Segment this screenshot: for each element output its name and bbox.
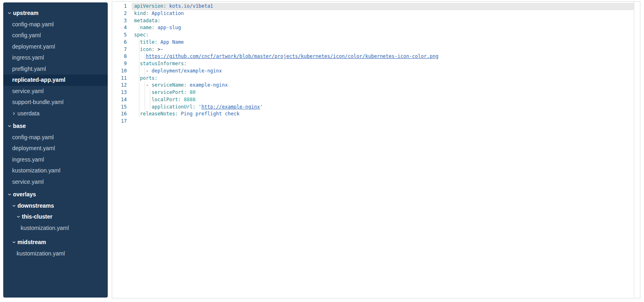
tree-file-deployment-yaml[interactable]: deployment.yaml: [3, 41, 108, 53]
tree-item-label: downstreams: [17, 200, 54, 212]
code-editor[interactable]: 1234567891011121314151617 apiVersion: ko…: [112, 1, 640, 298]
line-number: 4: [112, 24, 127, 32]
tree-file-support-bundle-yaml[interactable]: support-bundle.yaml: [3, 97, 108, 108]
code-token: [155, 25, 158, 30]
tree-folder-midstream[interactable]: midstream: [3, 237, 108, 248]
tree-item-label: upstream: [13, 8, 38, 19]
indent-guide: [139, 111, 139, 118]
code-token: [181, 97, 184, 102]
tree-folder-downstreams[interactable]: downstreams: [3, 200, 108, 212]
line-number-gutter: 1234567891011121314151617: [112, 3, 127, 125]
code-line[interactable]: icon: >-: [132, 46, 634, 53]
code-line[interactable]: releaseNotes: Ping preflight check: [132, 111, 634, 118]
indent-guide: [145, 96, 145, 104]
tree-folder-base[interactable]: base: [3, 121, 108, 132]
tree-item-label: kustomization.yaml: [12, 165, 60, 177]
code-line[interactable]: - serviceName: example-nginx: [132, 82, 634, 89]
indent-guide: [145, 53, 145, 60]
code-link[interactable]: https://github.com/cncf/artwork/blob/mas…: [146, 53, 438, 59]
code-line[interactable]: title: App Name: [132, 39, 634, 46]
tree-file-kustomization-yaml[interactable]: kustomization.yaml: [3, 248, 108, 259]
code-token: apiVersion:: [134, 3, 166, 9]
editor-scrollbar-track[interactable]: [634, 2, 640, 298]
tree-file-service-yaml[interactable]: service.yaml: [3, 86, 108, 97]
code-line[interactable]: name: app-slug: [132, 24, 634, 32]
tree-file-kustomization-yaml[interactable]: kustomization.yaml: [3, 165, 108, 177]
tree-item-label: midstream: [17, 237, 46, 248]
code-token: [134, 89, 151, 95]
code-token: ': [260, 104, 263, 110]
code-token: metadata:: [134, 18, 160, 23]
code-line[interactable]: applicationUrl: 'http://example-nginx': [132, 104, 634, 111]
tree-item-label: service.yaml: [12, 177, 44, 188]
indent-guide: [139, 96, 139, 104]
tree-item-label: service.yaml: [12, 86, 44, 97]
code-line[interactable]: https://github.com/cncf/artwork/blob/mas…: [132, 53, 634, 60]
tree-folder-userdata[interactable]: userdata: [3, 108, 108, 119]
line-number: 7: [112, 46, 127, 53]
chevron-down-icon: [17, 215, 22, 219]
code-line[interactable]: servicePort: 80: [132, 89, 634, 96]
line-number: 17: [112, 118, 127, 125]
line-number: 10: [112, 68, 127, 75]
code-token: releaseNotes:: [140, 111, 178, 117]
code-token: >-: [158, 47, 163, 52]
tree-file-service-yaml[interactable]: service.yaml: [3, 177, 108, 188]
line-number: 8: [112, 53, 127, 60]
tree-folder-upstream[interactable]: upstream: [3, 8, 108, 19]
code-line[interactable]: statusInformers:: [132, 60, 634, 68]
tree-item-label: kustomization.yaml: [17, 248, 65, 259]
line-number: 5: [112, 32, 127, 39]
line-number: 9: [112, 60, 127, 68]
code-token: Ping preflight check: [181, 111, 240, 117]
tree-file-replicated-app-yaml[interactable]: replicated-app.yaml: [3, 74, 108, 86]
code-area[interactable]: apiVersion: kots.io/v1beta1kind: Applica…: [132, 3, 634, 298]
indent-guide: [139, 24, 139, 32]
line-number: 12: [112, 82, 127, 89]
tree-folder-overlays[interactable]: overlays: [3, 189, 108, 200]
code-token: -: [146, 68, 151, 74]
code-token: kots.io/v1beta1: [169, 3, 213, 9]
tree-file-deployment-yaml[interactable]: deployment.yaml: [3, 143, 108, 154]
tree-item-label: ingress.yaml: [12, 52, 44, 64]
code-token: [166, 3, 169, 9]
tree-file-preflight-yaml[interactable]: preflight.yaml: [3, 64, 108, 75]
tree-file-config-map-yaml[interactable]: config-map.yaml: [3, 19, 108, 30]
tree-file-ingress-yaml[interactable]: ingress.yaml: [3, 154, 108, 166]
code-line[interactable]: [132, 118, 634, 125]
code-line[interactable]: spec:: [132, 32, 634, 39]
code-line[interactable]: ports:: [132, 75, 634, 82]
code-link[interactable]: http://example-nginx: [201, 104, 260, 110]
code-line[interactable]: kind: Application: [132, 10, 634, 17]
tree-item-label: support-bundle.yaml: [12, 97, 64, 108]
code-token: spec:: [134, 32, 149, 38]
tree-item-label: base: [13, 121, 26, 132]
code-token: App Name: [160, 39, 184, 45]
chevron-down-icon: [8, 124, 13, 128]
tree-file-config-yaml[interactable]: config.yaml: [3, 30, 108, 41]
tree-folder-this-cluster[interactable]: this-cluster: [3, 211, 108, 223]
indent-guide: [139, 68, 139, 75]
code-line[interactable]: localPort: 8888: [132, 96, 634, 104]
tree-file-ingress-yaml[interactable]: ingress.yaml: [3, 52, 108, 64]
code-token: [196, 104, 198, 110]
code-line[interactable]: apiVersion: kots.io/v1beta1: [132, 3, 634, 10]
tree-item-label: deployment.yaml: [12, 143, 55, 154]
code-line[interactable]: metadata:: [132, 17, 634, 25]
code-token: [134, 97, 151, 102]
tree-file-config-map-yaml[interactable]: config-map.yaml: [3, 132, 108, 143]
indent-guide: [139, 82, 139, 89]
indent-guide: [139, 60, 139, 68]
indent-guide: [139, 75, 139, 82]
code-token: kind:: [134, 11, 149, 16]
tree-item-label: config-map.yaml: [12, 19, 54, 30]
code-token: example-nginx: [190, 82, 228, 88]
indent-guide: [145, 82, 145, 89]
code-line[interactable]: - deployment/example-nginx: [132, 68, 634, 75]
chevron-down-icon: [12, 204, 17, 208]
tree-item-label: config-map.yaml: [12, 132, 54, 143]
code-token: ports:: [140, 75, 157, 81]
indent-guide: [150, 96, 150, 104]
tree-item-label: kustomization.yaml: [21, 223, 69, 234]
tree-file-kustomization-yaml[interactable]: kustomization.yaml: [3, 223, 108, 234]
